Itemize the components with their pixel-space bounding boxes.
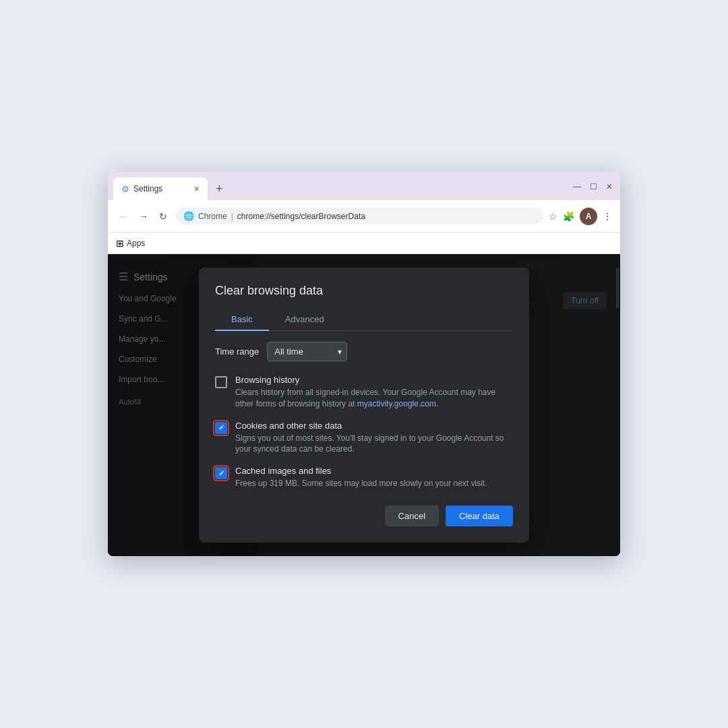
browser-window: ⚙ Settings ✕ + — ☐ ✕ ← → ↻ 🌐 Chrome | ch… (108, 172, 620, 556)
back-button[interactable]: ← (116, 210, 131, 223)
cookies-item: ✓ Cookies and other site data Signs you … (215, 421, 513, 456)
extension-icon[interactable]: 🧩 (563, 211, 574, 222)
url-actions: ☆ 🧩 A ⋮ (549, 208, 612, 225)
dialog-buttons: Cancel Clear data (215, 506, 513, 526)
cookies-content: Cookies and other site data Signs you ou… (235, 421, 513, 456)
modal-overlay: Clear browsing data Basic Advanced Time … (108, 254, 620, 556)
settings-tab-label: Settings (133, 184, 162, 193)
cached-title: Cached images and files (235, 466, 487, 476)
clear-browsing-data-dialog: Clear browsing data Basic Advanced Time … (199, 268, 529, 543)
cached-content: Cached images and files Frees up 319 MB.… (235, 466, 487, 489)
tab-advanced[interactable]: Advanced (269, 309, 340, 331)
tab-settings[interactable]: ⚙ Settings ✕ (113, 177, 208, 200)
apps-grid-icon: ⊞ (116, 238, 124, 249)
time-range-select[interactable]: All time Last hour Last 24 hours Last 7 … (267, 342, 347, 361)
cookies-desc: Signs you out of most sites. You'll stay… (235, 433, 513, 456)
myactivity-link[interactable]: myactivity.google.com (357, 399, 436, 408)
minimize-button[interactable]: — (572, 182, 582, 191)
main-content: ☰ Settings You and Google Sync and G... … (108, 254, 620, 556)
url-source: Chrome (198, 212, 227, 221)
avatar[interactable]: A (580, 208, 597, 225)
tab-close-button[interactable]: ✕ (193, 185, 200, 193)
time-range-row: Time range All time Last hour Last 24 ho… (215, 342, 513, 361)
browsing-history-title: Browsing history (235, 375, 513, 385)
forward-button[interactable]: → (136, 210, 151, 223)
url-path: chrome://settings/clearBrowserData (237, 212, 365, 221)
new-tab-button[interactable]: + (210, 179, 229, 199)
address-bar: ← → ↻ 🌐 Chrome | chrome://settings/clear… (108, 200, 620, 233)
cached-checkbox[interactable]: ✓ (215, 467, 227, 479)
browsing-history-checkbox[interactable] (215, 376, 227, 388)
cookies-title: Cookies and other site data (235, 421, 513, 431)
menu-icon[interactable]: ⋮ (603, 211, 612, 222)
browsing-history-content: Browsing history Clears history from all… (235, 375, 513, 410)
browsing-history-item: Browsing history Clears history from all… (215, 375, 513, 410)
tab-basic[interactable]: Basic (215, 309, 269, 331)
clear-data-button[interactable]: Clear data (446, 506, 513, 526)
cached-check-mark: ✓ (218, 469, 224, 478)
url-separator: | (231, 212, 233, 221)
close-button[interactable]: ✕ (604, 182, 615, 191)
settings-tab-icon: ⚙ (121, 184, 129, 194)
refresh-button[interactable]: ↻ (156, 210, 170, 223)
cookies-check-mark: ✓ (218, 423, 224, 432)
time-range-select-wrapper: All time Last hour Last 24 hours Last 7 … (267, 342, 347, 361)
cached-item: ✓ Cached images and files Frees up 319 M… (215, 466, 513, 489)
browsing-history-desc: Clears history from all signed-in device… (235, 387, 513, 410)
cookies-checkbox[interactable]: ✓ (215, 422, 227, 434)
globe-icon: 🌐 (183, 211, 194, 221)
url-box[interactable]: 🌐 Chrome | chrome://settings/clearBrowse… (175, 208, 543, 224)
bookmarks-bar: ⊞ Apps (108, 233, 620, 254)
bookmark-icon[interactable]: ☆ (549, 211, 557, 222)
apps-label[interactable]: Apps (127, 239, 145, 248)
cancel-button[interactable]: Cancel (385, 506, 439, 526)
tab-bar: ⚙ Settings ✕ + — ☐ ✕ (108, 172, 620, 200)
cached-desc: Frees up 319 MB. Some sites may load mor… (235, 478, 487, 489)
dialog-title: Clear browsing data (215, 284, 513, 298)
dialog-tabs: Basic Advanced (215, 309, 513, 331)
window-controls: — ☐ ✕ (572, 182, 615, 195)
maximize-button[interactable]: ☐ (588, 182, 599, 191)
time-range-label: Time range (215, 346, 259, 357)
